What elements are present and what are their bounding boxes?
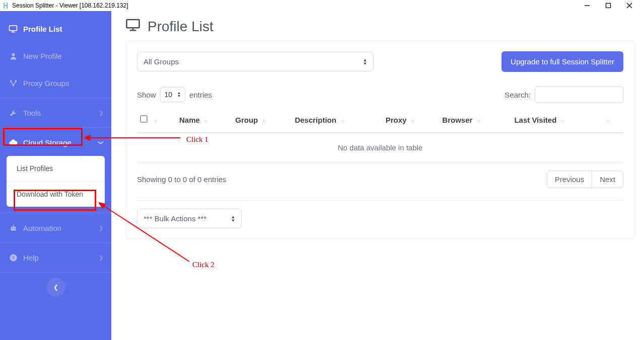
svg-point-10 [12,53,15,56]
upgrade-button[interactable]: Upgrade to full Session Splitter [502,51,623,72]
svg-rect-14 [11,226,16,230]
select-all-checkbox[interactable] [140,115,148,123]
updown-icon: ▲▼ [363,58,367,65]
window-close-button[interactable] [625,1,634,10]
svg-rect-20 [127,20,139,28]
submenu-download-token[interactable]: Download with Token [7,182,105,207]
monitor-icon [125,17,140,36]
sidebar: Profile List New Profile Proxy Groups To… [0,11,111,340]
svg-rect-4 [606,4,611,8]
user-icon [8,51,18,61]
search-label: Search: [505,91,531,99]
sidebar-item-profile-list[interactable]: Profile List [0,15,111,42]
help-icon: ? [8,252,18,263]
sidebar-item-automation[interactable]: Automation ❯ [0,214,111,241]
column-group[interactable]: Group ↑↓ [232,110,292,133]
app-icon [2,2,9,9]
sidebar-item-proxy-groups[interactable]: Proxy Groups [0,69,111,97]
column-checkbox [137,110,151,133]
svg-point-16 [14,228,15,229]
entries-value: 10 [165,91,173,99]
sidebar-item-label: Help [23,253,39,262]
network-icon [8,78,18,88]
group-select-value: All Groups [144,57,179,66]
column-actions[interactable]: ↑↓ [603,110,623,133]
no-data-row: No data available in table [137,133,623,162]
updown-icon: ▲▼ [177,92,181,98]
main-content: Profile List All Groups ▲▼ Upgrade to fu… [111,11,644,340]
sidebar-item-label: Profile List [23,25,62,33]
svg-point-11 [10,80,12,82]
sidebar-item-new-profile[interactable]: New Profile [0,42,111,69]
chevron-right-icon: ❯ [99,225,103,231]
bulk-select-value: *** Bulk Actions *** [144,214,206,223]
column-sort-blank[interactable]: ↑↓ [151,110,176,133]
chevron-right-icon: ❯ [99,110,103,116]
sidebar-item-label: Cloud Storage [23,138,71,147]
profile-list-card: All Groups ▲▼ Upgrade to full Session Sp… [125,41,635,239]
sidebar-item-cloud-storage[interactable]: Cloud Storage ❯ [0,129,111,156]
robot-icon [8,223,18,233]
page-title: Profile List [148,19,213,35]
column-last-visited[interactable]: Last Visited ↑↓ [511,110,603,133]
sidebar-item-help[interactable]: ? Help ❯ [0,244,111,271]
monitor-icon [8,24,18,34]
chevron-left-icon: ❮ [53,284,58,291]
profiles-table: ↑↓ Name ↑↓ Group ↑↓ Description ↑↓ Proxy… [137,110,623,162]
bulk-actions-select[interactable]: *** Bulk Actions *** ▲▼ [137,209,242,228]
column-description[interactable]: Description ↑↓ [292,110,382,133]
search-input[interactable] [535,86,623,103]
prev-page-button[interactable]: Previous [547,171,592,188]
window-titlebar: Session Splitter - Viewer [108.162.219.1… [0,0,644,11]
svg-rect-2 [4,5,8,6]
sidebar-collapse-button[interactable]: ❮ [46,278,65,297]
sidebar-item-label: Automation [23,224,61,232]
show-label: Show [137,91,156,99]
window-title: Session Splitter - Viewer [108.162.219.1… [12,2,128,9]
sidebar-item-tools[interactable]: Tools ❯ [0,99,111,126]
showing-entries-text: Showing 0 to 0 of 0 entries [137,175,227,184]
column-name[interactable]: Name ↑↓ [176,110,232,133]
svg-text:?: ? [12,255,15,261]
group-select[interactable]: All Groups ▲▼ [137,52,374,71]
sidebar-item-label: Proxy Groups [23,79,69,88]
sidebar-item-label: New Profile [23,52,62,60]
updown-icon: ▲▼ [231,215,235,222]
cloud-icon [8,137,18,147]
svg-rect-7 [10,26,17,31]
column-browser[interactable]: Browser ↑↓ [439,110,511,133]
entries-per-page-select[interactable]: 10 ▲▼ [160,87,186,102]
svg-point-15 [12,228,13,229]
sidebar-item-label: Tools [23,109,41,117]
pagination: Previous Next [547,171,623,188]
entries-label: entries [189,91,212,99]
wrench-icon [8,108,18,118]
chevron-down-icon: ❯ [98,140,104,145]
window-minimize-button[interactable] [583,1,592,10]
cloud-storage-submenu: List Profiles Download with Token [7,156,105,207]
window-maximize-button[interactable] [604,1,613,10]
chevron-right-icon: ❯ [99,254,103,261]
next-page-button[interactable]: Next [592,171,623,188]
svg-point-13 [15,80,17,82]
submenu-list-profiles[interactable]: List Profiles [7,156,105,181]
column-proxy[interactable]: Proxy ↑↓ [383,110,440,133]
